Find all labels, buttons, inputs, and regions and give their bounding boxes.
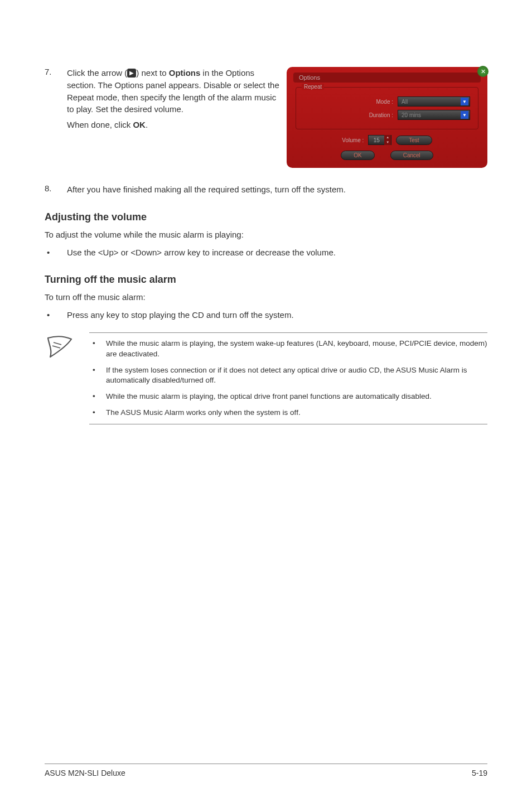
- turnoff-intro: To turn off the music alarm:: [45, 291, 487, 303]
- note-3: While the music alarm is playing, the op…: [106, 392, 432, 402]
- bullet-icon: •: [89, 365, 106, 386]
- footer-left: ASUS M2N-SLI Deluxe: [45, 769, 125, 777]
- step7-ok-word: OK: [133, 120, 146, 129]
- options-title: Options: [299, 74, 320, 81]
- spinner-down-icon[interactable]: ▼: [384, 140, 391, 145]
- footer-right: 5-19: [472, 769, 487, 777]
- note-box: • While the music alarm is playing, the …: [89, 332, 487, 424]
- mode-label: Mode :: [376, 99, 393, 105]
- mode-value: All: [402, 99, 408, 105]
- note-1: While the music alarm is playing, the sy…: [106, 339, 487, 360]
- step7-number: 7.: [45, 67, 67, 134]
- bullet-icon: •: [45, 247, 67, 259]
- bullet-icon: •: [89, 339, 106, 360]
- note-icon: [45, 332, 78, 424]
- step7-text-b: ) next to: [136, 68, 168, 78]
- chevron-down-icon[interactable]: ▼: [461, 111, 468, 119]
- duration-value: 20 mins: [402, 112, 421, 118]
- bullet-icon: •: [89, 392, 106, 402]
- turnoff-heading: Turning off the music alarm: [45, 274, 487, 286]
- close-icon[interactable]: ✕: [477, 66, 489, 77]
- chevron-down-icon[interactable]: ▼: [461, 98, 468, 105]
- mode-select[interactable]: All ▼: [398, 96, 470, 107]
- volume-value: 15: [369, 137, 384, 143]
- turnoff-bullet: Press any key to stop playing the CD and…: [67, 309, 294, 321]
- note-4: The ASUS Music Alarm works only when the…: [106, 408, 301, 418]
- volume-label: Volume :: [342, 137, 364, 143]
- repeat-fieldset: Repeat Mode : All ▼ Duration : 20 mins ▼: [296, 87, 478, 129]
- step7-done-a: When done, click: [67, 120, 133, 129]
- repeat-legend: Repeat: [302, 84, 324, 90]
- ok-button[interactable]: OK: [341, 151, 374, 160]
- step8-number: 8.: [45, 183, 67, 196]
- bullet-icon: •: [45, 309, 67, 321]
- arrow-icon: ▶: [127, 69, 136, 78]
- step7-options-word: Options: [169, 68, 201, 78]
- duration-select[interactable]: 20 mins ▼: [398, 110, 470, 120]
- adjust-heading: Adjusting the volume: [45, 211, 487, 223]
- note-2: If the system loses connection or if it …: [106, 365, 487, 386]
- options-titlebar: Options: [293, 73, 481, 83]
- cancel-button[interactable]: Cancel: [390, 151, 433, 160]
- spinner-up-icon[interactable]: ▲: [384, 135, 391, 140]
- step7-text-a: Click the arrow (: [67, 68, 127, 78]
- step7-body: Click the arrow (▶) next to Options in t…: [67, 67, 282, 134]
- adjust-intro: To adjust the volume while the music ala…: [45, 229, 487, 241]
- volume-spinner[interactable]: 15 ▲ ▼: [368, 135, 391, 145]
- adjust-bullet: Use the <Up> or <Down> arrow key to incr…: [67, 247, 336, 259]
- bullet-icon: •: [89, 408, 106, 418]
- duration-label: Duration :: [369, 112, 393, 118]
- step7-done-c: .: [146, 120, 148, 129]
- step8-text: After you have finished making all the r…: [67, 183, 487, 196]
- test-button[interactable]: Test: [396, 136, 432, 145]
- options-panel: Options ✕ Repeat Mode : All ▼ Duration :…: [287, 67, 487, 168]
